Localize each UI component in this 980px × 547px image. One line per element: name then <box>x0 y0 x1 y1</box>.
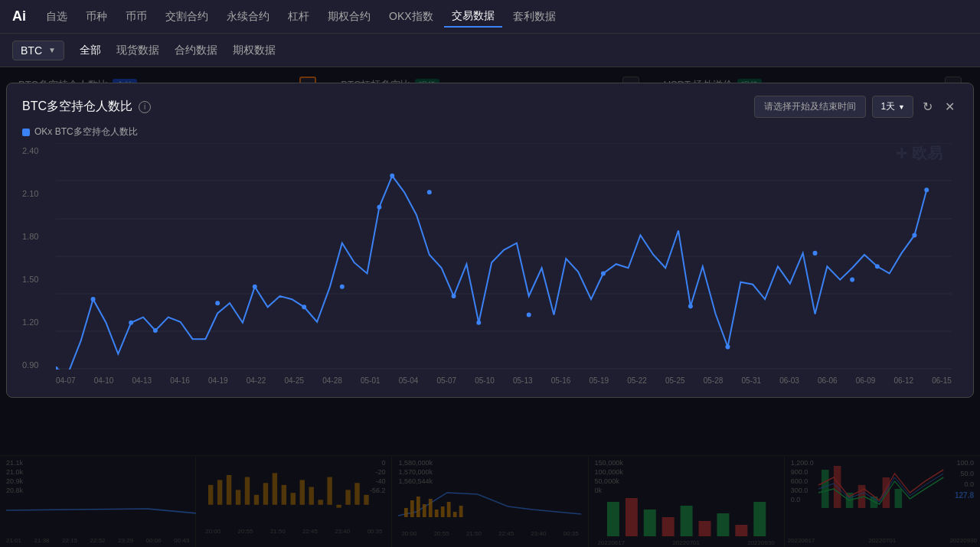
svg-point-57 <box>215 301 220 305</box>
legend-label: OKx BTC多空持仓人数比 <box>34 125 138 138</box>
sub-nav-spot[interactable]: 现货数据 <box>116 44 159 57</box>
top-nav: Ai 自选 币种 币币 交割合约 永续合约 杠杆 期权合约 OKX指数 交易数据… <box>0 0 980 34</box>
coin-selector[interactable]: BTC ▼ <box>12 41 64 60</box>
refresh-button[interactable]: ↻ <box>920 96 936 117</box>
modal-header: BTC多空持仓人数比 i 请选择开始及结束时间 1天 ▼ ↻ ✕ <box>22 96 958 118</box>
sub-nav-all[interactable]: 全部 <box>80 44 101 57</box>
modal: BTC多空持仓人数比 i 请选择开始及结束时间 1天 ▼ ↻ ✕ OKx BTC… <box>6 83 974 398</box>
nav-item-options[interactable]: 期权合约 <box>320 7 378 27</box>
sub-nav-options[interactable]: 期权数据 <box>233 44 276 57</box>
chart-line <box>56 176 926 370</box>
svg-point-61 <box>377 205 381 210</box>
chart-container: ✛ 欧易 2.40 2.10 1.80 1.50 1.20 0.90 <box>22 143 958 388</box>
watermark-cross-icon: ✛ <box>896 145 907 162</box>
nav-item-arbitrage[interactable]: 套利数据 <box>505 7 564 27</box>
svg-point-73 <box>912 233 916 237</box>
nav-item-leverage[interactable]: 杠杆 <box>280 7 317 27</box>
svg-point-59 <box>302 304 306 309</box>
svg-point-63 <box>427 190 432 194</box>
nav-item-delivery[interactable]: 交割合约 <box>158 7 216 27</box>
chevron-down-icon: ▼ <box>898 103 905 111</box>
date-range-button[interactable]: 请选择开始及结束时间 <box>754 96 866 118</box>
period-selector[interactable]: 1天 ▼ <box>872 96 913 118</box>
svg-point-54 <box>91 297 96 301</box>
nav-item-okx-index[interactable]: OKX指数 <box>381 7 441 27</box>
info-icon[interactable]: i <box>139 101 151 113</box>
svg-point-70 <box>813 251 818 256</box>
svg-point-64 <box>452 294 456 298</box>
svg-point-55 <box>129 321 133 325</box>
sub-nav: BTC ▼ 全部 现货数据 合约数据 期权数据 <box>0 34 980 67</box>
nav-item-spot[interactable]: 币币 <box>118 7 155 27</box>
svg-point-72 <box>875 264 880 269</box>
watermark: ✛ 欧易 <box>896 143 942 164</box>
chart-legend: OKx BTC多空持仓人数比 <box>22 125 958 138</box>
legend-color <box>22 129 30 136</box>
svg-point-62 <box>390 174 394 178</box>
nav-item-coin[interactable]: 币种 <box>78 7 115 27</box>
chart-svg-container <box>56 143 952 370</box>
svg-point-65 <box>476 321 481 325</box>
nav-item-trade-data[interactable]: 交易数据 <box>444 6 502 28</box>
nav-item-perpetual[interactable]: 永续合约 <box>219 7 277 27</box>
modal-controls: 请选择开始及结束时间 1天 ▼ ↻ ✕ <box>754 96 958 118</box>
x-axis: 04-07 04-10 04-13 04-16 04-19 04-22 04-2… <box>56 373 952 388</box>
sub-nav-contract[interactable]: 合约数据 <box>175 44 217 57</box>
modal-title: BTC多空持仓人数比 <box>22 99 132 115</box>
svg-point-68 <box>688 304 693 308</box>
svg-point-74 <box>924 187 929 192</box>
y-axis: 2.40 2.10 1.80 1.50 1.20 0.90 <box>22 143 53 370</box>
svg-point-67 <box>601 271 606 275</box>
svg-point-69 <box>726 344 730 349</box>
svg-point-56 <box>153 328 158 333</box>
nav-item-watchlist[interactable]: 自选 <box>38 7 75 27</box>
chevron-down-icon: ▼ <box>48 46 56 54</box>
svg-point-71 <box>850 278 854 282</box>
svg-point-52 <box>56 366 58 370</box>
close-button[interactable]: ✕ <box>942 96 958 117</box>
svg-point-66 <box>527 312 531 317</box>
app-logo: Ai <box>12 8 26 24</box>
chart-svg <box>56 143 952 370</box>
svg-point-58 <box>253 285 257 289</box>
svg-point-60 <box>340 285 345 289</box>
